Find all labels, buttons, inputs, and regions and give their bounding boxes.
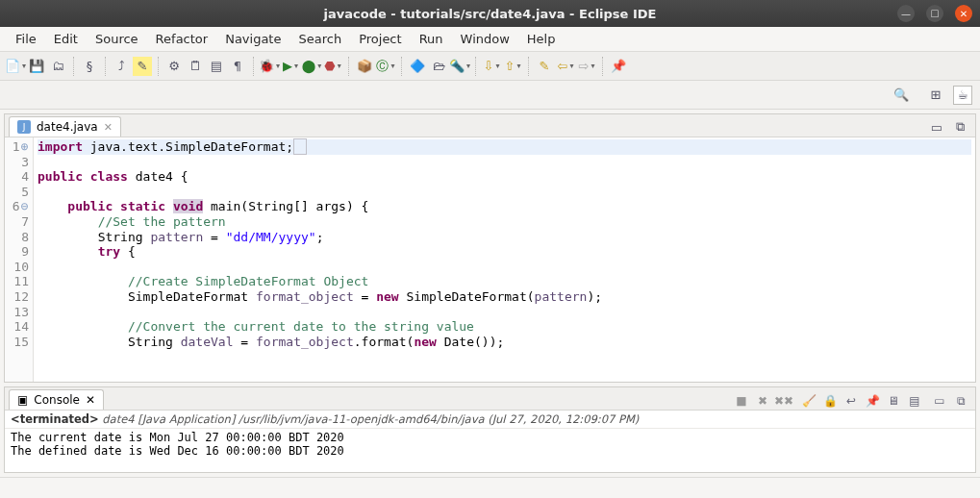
open-task-nav-button[interactable]: 🗁 bbox=[429, 57, 448, 76]
line-number-ruler[interactable]: 1⊕ 3 4 5 6⊖ 7 8 9 10 11 12 13 14 15 bbox=[5, 137, 34, 382]
editor-maximize-button[interactable]: ⧉ bbox=[950, 117, 969, 137]
debug-button[interactable]: 🐞 bbox=[260, 57, 279, 76]
console-tabrow: ▣ Console ✕ ■ ✖ ✖✖ 🧹 🔒 ↩ 📌 🖥 ▤ ▭ ⧉ bbox=[5, 387, 975, 411]
console-display-selected-button[interactable]: 🖥 bbox=[885, 392, 902, 410]
console-maximize-button[interactable]: ⧉ bbox=[952, 392, 969, 410]
forward-button[interactable]: ⇨ bbox=[577, 57, 596, 76]
menu-window[interactable]: Window bbox=[453, 29, 517, 49]
console-word-wrap-button[interactable]: ↩ bbox=[842, 392, 860, 410]
pin-editor-button[interactable]: 📌 bbox=[609, 57, 628, 76]
save-all-button[interactable]: 🗂 bbox=[48, 57, 67, 76]
toggle-mark-button[interactable]: ✎ bbox=[133, 57, 152, 76]
console-output[interactable]: The current date is Mon Jul 27 00:00:00 … bbox=[5, 429, 975, 472]
status-bar bbox=[0, 477, 980, 498]
console-terminate-button[interactable]: ■ bbox=[733, 392, 750, 410]
window-title: javacode - tutorials/src/date4.java - Ec… bbox=[8, 7, 972, 21]
console-pin-button[interactable]: 📌 bbox=[864, 392, 881, 410]
open-type-button[interactable]: 🔷 bbox=[408, 57, 427, 76]
menu-navigate[interactable]: Navigate bbox=[217, 29, 289, 49]
window-minimize-button[interactable]: — bbox=[897, 5, 915, 22]
console-process-label: <terminated> date4 [Java Application] /u… bbox=[5, 411, 975, 429]
editor-minimize-button[interactable]: ▭ bbox=[927, 117, 946, 137]
build-button[interactable]: ⚙ bbox=[164, 57, 184, 76]
toolbar-separator bbox=[158, 57, 159, 76]
window-controls: — ☐ ✕ bbox=[897, 5, 972, 22]
menu-help[interactable]: Help bbox=[519, 29, 564, 49]
menu-run[interactable]: Run bbox=[412, 29, 451, 49]
toolbar-separator bbox=[105, 57, 106, 76]
skip-breakpoints-button[interactable]: ⤴ bbox=[112, 57, 131, 76]
console-clear-button[interactable]: 🧹 bbox=[800, 392, 817, 410]
menu-edit[interactable]: Edit bbox=[46, 29, 86, 49]
editor-tabrow: J date4.java ✕ ▭ ⧉ bbox=[5, 114, 975, 137]
toggle-block-button[interactable]: ▤ bbox=[207, 57, 226, 76]
menu-source[interactable]: Source bbox=[88, 29, 146, 49]
toggle-breadcrumb-button[interactable]: § bbox=[80, 57, 99, 76]
last-edit-button[interactable]: ✎ bbox=[535, 57, 554, 76]
console-tab-label: Console bbox=[34, 393, 80, 407]
show-whitespace-button[interactable]: ¶ bbox=[228, 57, 247, 76]
window-titlebar: javacode - tutorials/src/date4.java - Ec… bbox=[0, 0, 980, 27]
console-tab-close-icon[interactable]: ✕ bbox=[86, 393, 95, 407]
next-annotation-button[interactable]: ⇩ bbox=[482, 57, 501, 76]
toolbar-separator bbox=[401, 57, 402, 76]
coverage-button[interactable]: ⬤ bbox=[302, 57, 321, 76]
editor-tab-close-icon[interactable]: ✕ bbox=[104, 121, 113, 134]
console-icon: ▣ bbox=[17, 393, 28, 407]
toolbar-separator bbox=[602, 57, 603, 76]
toolbar-separator bbox=[348, 57, 349, 76]
console-tab[interactable]: ▣ Console ✕ bbox=[9, 389, 104, 410]
console-minimize-button[interactable]: ▭ bbox=[931, 392, 948, 410]
new-java-class-button[interactable]: Ⓒ bbox=[376, 57, 395, 76]
console-scroll-lock-button[interactable]: 🔒 bbox=[821, 392, 839, 410]
editor-area: J date4.java ✕ ▭ ⧉ 1⊕ 3 4 5 6⊖ 7 8 9 10 … bbox=[4, 113, 976, 383]
toolbar-separator bbox=[528, 57, 529, 76]
search-dropdown-button[interactable]: 🔦 bbox=[450, 57, 469, 76]
toolbar-separator bbox=[73, 57, 74, 76]
open-task-button[interactable]: 🗒 bbox=[186, 57, 205, 76]
toolbar-separator bbox=[253, 57, 254, 76]
editor-tab-date4[interactable]: J date4.java ✕ bbox=[9, 116, 121, 137]
new-button[interactable]: 📄 bbox=[6, 57, 25, 76]
workspace: J date4.java ✕ ▭ ⧉ 1⊕ 3 4 5 6⊖ 7 8 9 10 … bbox=[0, 110, 980, 477]
editor-body[interactable]: 1⊕ 3 4 5 6⊖ 7 8 9 10 11 12 13 14 15 impo… bbox=[5, 137, 975, 382]
code-area[interactable]: import java.text.SimpleDateFormat; publi… bbox=[34, 137, 975, 382]
console-toolbar: ■ ✖ ✖✖ 🧹 🔒 ↩ 📌 🖥 ▤ ▭ ⧉ bbox=[733, 392, 975, 410]
new-java-package-button[interactable]: 📦 bbox=[355, 57, 374, 76]
menu-file[interactable]: File bbox=[8, 29, 44, 49]
menu-search[interactable]: Search bbox=[290, 29, 349, 49]
menu-bar: File Edit Source Refactor Navigate Searc… bbox=[0, 27, 980, 52]
main-toolbar: 📄 💾 🗂 § ⤴ ✎ ⚙ 🗒 ▤ ¶ 🐞 ▶ ⬤ ⬣ 📦 Ⓒ 🔷 🗁 🔦 ⇩ … bbox=[0, 52, 980, 81]
menu-project[interactable]: Project bbox=[351, 29, 409, 49]
quick-access-search-icon[interactable]: 🔍 bbox=[892, 86, 911, 105]
toolbar-separator bbox=[475, 57, 476, 76]
java-perspective-button[interactable]: ☕ bbox=[953, 86, 972, 105]
console-area: ▣ Console ✕ ■ ✖ ✖✖ 🧹 🔒 ↩ 📌 🖥 ▤ ▭ ⧉ <t bbox=[4, 386, 976, 473]
java-file-icon: J bbox=[17, 120, 31, 134]
open-perspective-button[interactable]: ⊞ bbox=[926, 86, 945, 105]
run-external-button[interactable]: ⬣ bbox=[323, 57, 342, 76]
console-remove-all-button[interactable]: ✖✖ bbox=[775, 392, 792, 410]
console-open-console-button[interactable]: ▤ bbox=[906, 392, 923, 410]
save-button[interactable]: 💾 bbox=[27, 57, 46, 76]
menu-refactor[interactable]: Refactor bbox=[148, 29, 216, 49]
window-close-button[interactable]: ✕ bbox=[955, 5, 972, 22]
prev-annotation-button[interactable]: ⇧ bbox=[503, 57, 522, 76]
perspective-bar: 🔍 ⊞ ☕ bbox=[0, 81, 980, 110]
editor-tab-label: date4.java bbox=[37, 120, 98, 134]
console-remove-launch-button[interactable]: ✖ bbox=[754, 392, 771, 410]
window-maximize-button[interactable]: ☐ bbox=[926, 5, 943, 22]
back-button[interactable]: ⇦ bbox=[556, 57, 575, 76]
run-button[interactable]: ▶ bbox=[281, 57, 300, 76]
